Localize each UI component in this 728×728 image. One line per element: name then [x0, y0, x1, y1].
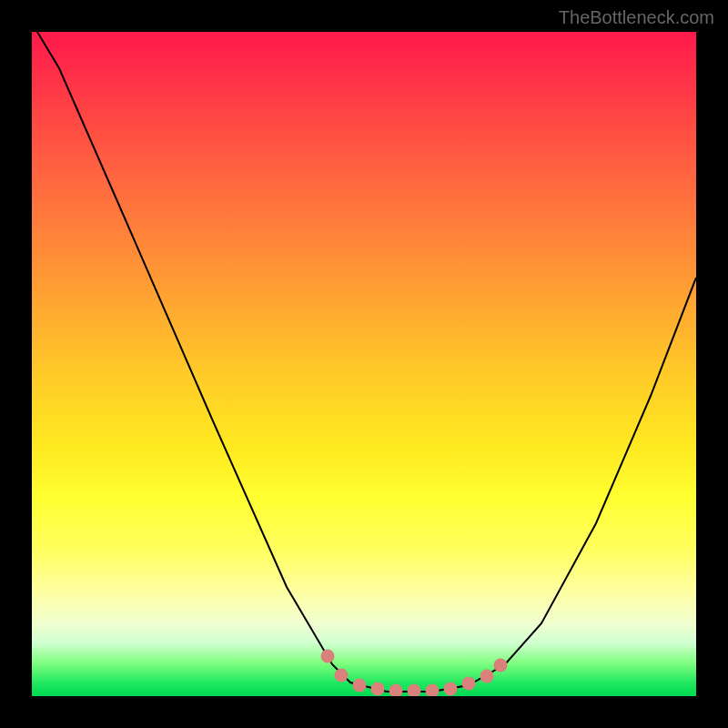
marker-dot: [408, 684, 421, 697]
marker-dot: [389, 684, 403, 697]
marker-dot: [371, 682, 385, 696]
marker-dot: [462, 677, 476, 691]
chart-plot-area: [32, 32, 696, 696]
marker-dots-group: [321, 650, 508, 697]
bottleneck-curve-path: [32, 32, 696, 692]
marker-dot: [494, 659, 508, 672]
watermark-label: TheBottleneck.com: [559, 7, 714, 28]
chart-svg: [32, 32, 696, 696]
marker-dot: [444, 682, 458, 696]
marker-dot: [321, 650, 335, 663]
marker-dot: [480, 670, 494, 683]
marker-dot: [426, 684, 440, 697]
marker-dot: [353, 679, 367, 693]
marker-dot: [335, 669, 349, 682]
